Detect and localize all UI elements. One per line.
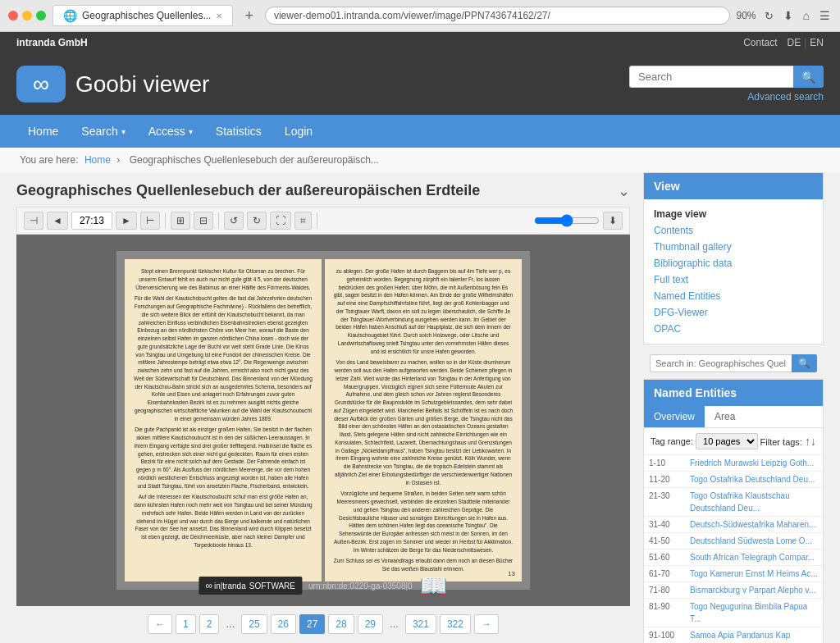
next-page-button[interactable]: ► (116, 212, 137, 230)
ne-item-range: 1-10 (649, 457, 690, 469)
breadcrumb: You are here: Home › Geographisches Quel… (0, 148, 840, 172)
ne-list-item[interactable]: 31-40 Deutsch-Südwestafrika Maharen... (644, 517, 823, 533)
ne-list-item[interactable]: 21-30 Togo Ostafrika Klaustschau Deutsch… (644, 488, 823, 517)
fit-button[interactable]: ⌗ (294, 212, 312, 230)
new-tab-button[interactable]: + (240, 7, 258, 25)
pagination-page-1[interactable]: 1 (176, 614, 196, 634)
ne-item-text: Bismarckburg v Parpart Alepho v... (690, 584, 818, 596)
ne-pages-select[interactable]: 10 pages (696, 433, 758, 449)
watermark-area: ∞ in|tranda SOFTWARE urn:nbn:de:0220-ga-… (199, 572, 447, 600)
ne-list-item[interactable]: 81-90 Togo Negugurina Bimbila Papua T... (644, 599, 823, 627)
pagination-page-321[interactable]: 321 (405, 614, 436, 634)
ne-list-item[interactable]: 61-70 Togo Kamerun Ernst M Heims Ac... (644, 566, 823, 582)
ne-list-item[interactable]: 11-20 Togo Ostafrika Deutschland Deu... (644, 472, 823, 488)
rotate-left-button[interactable]: ↺ (224, 212, 244, 230)
ne-list-item[interactable]: 71-80 Bismarckburg v Parpart Alepho v... (644, 582, 823, 599)
search-button[interactable]: 🔍 (793, 66, 824, 88)
ne-filter-label: Filter tags: (760, 437, 802, 447)
search-box: 🔍 (629, 66, 824, 88)
dfg-viewer-link[interactable]: DFG-Viewer (651, 304, 816, 321)
pagination-page-29[interactable]: 29 (358, 614, 383, 634)
maximize-dot[interactable] (36, 11, 46, 21)
ne-item-text: South African Telegraph Compar... (690, 551, 818, 563)
view-single-button[interactable]: ⊟ (194, 212, 213, 230)
address-bar[interactable] (265, 7, 730, 25)
page-title: Geographisches Quellenlesebuch der außer… (16, 182, 480, 199)
top-header: intranda GmbH Contact DE | EN (0, 32, 840, 53)
pagination-page-28[interactable]: 28 (328, 614, 354, 634)
refresh-button[interactable]: ↻ (763, 8, 775, 24)
close-dot[interactable] (8, 11, 18, 21)
book-pages: Stopt einen Brennpunkt türkischer Kultur… (116, 251, 530, 590)
opac-link[interactable]: OPAC (651, 321, 816, 337)
download-image-button[interactable]: ⬇ (603, 212, 623, 230)
download-button[interactable]: ⬇ (782, 7, 795, 24)
nav-access[interactable]: Access ▾ (137, 115, 204, 148)
tab-close-icon[interactable]: ✕ (216, 11, 222, 21)
ne-list-item[interactable]: 51-60 South African Telegraph Compar... (644, 550, 823, 566)
ne-list-item[interactable]: 91-100 Samoa Apia Pandanus Kap Rigmy... (644, 627, 823, 643)
pagination-dots-1: ... (222, 618, 238, 630)
named-entities-tabs: Overview Area (644, 406, 823, 428)
sidebar-search-input[interactable] (650, 354, 792, 372)
watermark-logo: ∞ in|tranda SOFTWARE (199, 577, 302, 595)
book-image-container: Stopt einen Brennpunkt türkischer Kultur… (16, 235, 630, 606)
breadcrumb-home[interactable]: Home (84, 154, 111, 166)
ne-list-item[interactable]: 41-50 Deutschland Südwesta Lome O... (644, 533, 823, 550)
nav-login[interactable]: Login (273, 115, 324, 148)
bibliographic-data-link[interactable]: Bibliographic data (651, 255, 816, 271)
named-entities-link[interactable]: Named Entities (651, 288, 816, 304)
ne-item-text: Togo Kamerun Ernst M Heims Ac... (690, 568, 818, 580)
urn-text: urn:nbn:de:0220-ga-03508|0 (308, 581, 413, 591)
ne-item-text: Friedrich Murawski Leipzig Goth... (690, 457, 818, 469)
lang-en-link[interactable]: EN (810, 37, 824, 48)
book-page-right: zu ablegen. Der große Hafen ist durch Ba… (325, 259, 522, 581)
sidebar-search-button[interactable]: 🔍 (792, 354, 817, 372)
ne-filter-icons[interactable]: ↑↓ (805, 435, 816, 448)
full-text-link[interactable]: Full text (651, 271, 816, 288)
minimize-dot[interactable] (22, 11, 32, 21)
sidebar-search-area: 🔍 (650, 354, 817, 372)
ne-tag-range-area: Tag range: 10 pages (651, 433, 758, 449)
nav-home[interactable]: Home (16, 115, 70, 148)
view-double-button[interactable]: ⊞ (171, 212, 190, 230)
zoom-slider[interactable] (534, 214, 600, 227)
contents-link[interactable]: Contents (651, 222, 816, 239)
pagination-page-322[interactable]: 322 (440, 614, 471, 634)
contact-link[interactable]: Contact (743, 37, 777, 48)
advanced-search-link[interactable]: Advanced search (747, 91, 824, 103)
ne-list-item[interactable]: 1-10 Friedrich Murawski Leipzig Goth... (644, 455, 823, 472)
ne-item-range: 51-60 (649, 551, 690, 563)
ne-item-text: Deutsch-Südwestafrika Maharen... (690, 518, 818, 531)
page-input[interactable] (71, 212, 112, 230)
prev-page-button[interactable]: ◄ (47, 212, 68, 230)
search-input[interactable] (629, 66, 793, 88)
home-browser-button[interactable]: ⌂ (801, 7, 811, 24)
pagination-page-26[interactable]: 26 (271, 614, 296, 634)
image-view-link[interactable]: Image view (651, 206, 816, 222)
watermark-sub: SOFTWARE (249, 581, 295, 591)
main-content: Geographisches Quellenlesebuch der außer… (16, 172, 630, 642)
last-page-button[interactable]: ⊢ (140, 212, 160, 230)
pagination-next-arrow[interactable]: → (474, 614, 499, 634)
ne-tab-overview[interactable]: Overview (644, 406, 705, 427)
thumbnail-gallery-link[interactable]: Thumbnail gallery (651, 239, 816, 255)
lang-de-link[interactable]: DE (788, 37, 801, 48)
menu-button[interactable]: ☰ (818, 7, 832, 24)
first-page-button[interactable]: ⊣ (24, 212, 43, 230)
pagination-page-25[interactable]: 25 (241, 614, 267, 634)
language-links: DE | EN (788, 37, 824, 48)
pagination-page-27[interactable]: 27 (299, 614, 325, 634)
viewer-toolbar: ⊣ ◄ ► ⊢ ⊞ ⊟ ↺ ↻ ⛶ ⌗ ⬇ (16, 207, 630, 235)
pagination-prev-arrow[interactable]: ← (148, 614, 172, 634)
nav-statistics[interactable]: Statistics (204, 115, 273, 148)
expand-icon[interactable]: ⌄ (618, 182, 630, 200)
ne-item-range: 81-90 (649, 600, 690, 625)
nav-search[interactable]: Search ▾ (70, 115, 136, 148)
pagination-page-2[interactable]: 2 (199, 614, 220, 634)
fullscreen-button[interactable]: ⛶ (270, 212, 291, 230)
browser-tab[interactable]: 🌐 Geographisches Quellenles... ✕ (52, 5, 233, 26)
ne-tab-area[interactable]: Area (705, 406, 745, 427)
rotate-right-button[interactable]: ↻ (247, 212, 267, 230)
ne-list: 1-10 Friedrich Murawski Leipzig Goth... … (644, 455, 823, 643)
